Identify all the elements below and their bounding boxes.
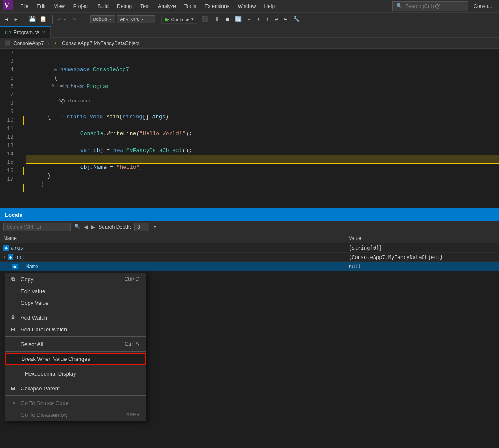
tab-close-button[interactable]: ✕	[42, 30, 45, 35]
menu-bar: V File Edit View Project Build Debug Tes…	[0, 0, 499, 13]
file-tab-label: Program.cs	[13, 29, 39, 35]
locals-header: Locals	[0, 209, 499, 221]
forward-btn[interactable]: ▶	[12, 16, 20, 23]
context-menu: ⧉ Copy Ctrl+C Edit Value Copy Value 👁 Ad…	[5, 273, 146, 421]
ctx-add-watch[interactable]: 👁 Add Watch	[5, 312, 146, 323]
ctx-goto-disassembly-label: Go To Disassembly	[21, 412, 68, 418]
ctx-edit-value[interactable]: Edit Value	[5, 285, 146, 297]
ctx-collapse-parent[interactable]: ⊟ Collapse Parent	[5, 382, 146, 394]
file-icon: C#	[5, 30, 11, 35]
ref-label-6: 0 references	[26, 98, 499, 104]
ctx-select-all[interactable]: Select All Ctrl+A	[5, 338, 146, 350]
cpu-dropdown[interactable]: Any CPU ▾	[117, 15, 155, 23]
locals-row-args[interactable]: ● args {string[0]}	[0, 243, 499, 253]
locals-row-name[interactable]: ● Name null	[0, 262, 499, 271]
ctx-select-all-shortcut: Ctrl+A	[125, 341, 139, 347]
var-icon-obj: ●	[8, 254, 13, 260]
var-value-name: null	[345, 264, 499, 269]
locals-search-input[interactable]	[3, 223, 71, 231]
code-line-11: var obj = new MyFancyDataObject();	[26, 138, 499, 147]
menu-view[interactable]: View	[51, 2, 68, 11]
search-placeholder: Search (Ctrl+Q)	[405, 3, 440, 9]
breadcrumb-sep: ⟩	[47, 40, 49, 46]
menu-analyze[interactable]: Analyze	[155, 2, 179, 11]
search-magnifier-icon: 🔍	[74, 224, 80, 230]
toolbar-icons: 💾 📋	[26, 15, 49, 24]
ctx-sep-5	[5, 381, 146, 381]
ctx-copy-value[interactable]: Copy Value	[5, 297, 146, 309]
svg-text:V: V	[5, 3, 9, 9]
ctx-sep-3	[5, 351, 146, 352]
ctx-sep-6	[5, 395, 146, 396]
code-line-9: Console.WriteLine("Hello World!");	[26, 121, 499, 130]
var-icon-args: ●	[3, 245, 9, 251]
code-line-13: obj.Name = "hello";	[26, 155, 499, 163]
nav-forward-icon[interactable]: ▶	[91, 223, 96, 231]
menu-help[interactable]: Help	[261, 2, 278, 11]
ctx-parallel-watch-label: Add Parallel Watch	[21, 326, 67, 333]
menu-debug[interactable]: Debug	[114, 2, 135, 11]
breadcrumb-member: ConsoleApp7.MyFancyDataObject	[62, 40, 139, 46]
collapse-icon: ⊟	[10, 385, 16, 392]
menu-test[interactable]: Test	[137, 2, 153, 11]
toolbar: ◀ ▶ 💾 📋 ↩ ▾ ↪ ▾ Debug ▾ Any CPU ▾ ▶ Cont…	[0, 13, 499, 26]
file-tab-program[interactable]: C# Program.cs ✕	[0, 26, 51, 38]
locals-toolbar: 🔍 ◀ ▶ Search Depth: ▾	[0, 221, 499, 233]
parallel-watch-icon: ⊞	[10, 326, 16, 333]
undo-btn[interactable]: ↩ ▾	[56, 16, 69, 23]
nav-back-icon[interactable]: ◀	[84, 223, 88, 231]
back-btn[interactable]: ◀	[3, 16, 11, 23]
ctx-add-parallel-watch[interactable]: ⊞ Add Parallel Watch	[5, 323, 146, 335]
var-name-name: Name	[19, 264, 38, 269]
code-line-15: }	[26, 172, 499, 180]
menu-extensions[interactable]: Extensions	[201, 2, 233, 11]
code-content: ⊟ namespace ConsoleApp7 { ⊟ class Progra…	[26, 49, 499, 208]
ctx-break-label: Break When Value Changes	[21, 356, 90, 362]
line-numbers: 2 3 4 5 6 7 8 9 10 11 12 13 14 15 16 17	[0, 49, 19, 208]
redo-btn[interactable]: ↪ ▾	[71, 16, 84, 23]
depth-input[interactable]	[134, 223, 149, 231]
ctx-copy-shortcut: Ctrl+C	[125, 276, 139, 282]
locals-row-obj[interactable]: ▾ ● obj {ConsoleApp7.MyFancyDataObject}	[0, 253, 499, 262]
watch-icon: 👁	[10, 314, 16, 321]
menu-tools[interactable]: Tools	[181, 2, 200, 11]
var-name-args: args	[11, 245, 23, 251]
expand-icon-obj[interactable]: ▾	[3, 255, 6, 259]
ctx-copy[interactable]: ⧉ Copy Ctrl+C	[5, 273, 146, 285]
code-line-2	[26, 49, 499, 57]
copy-icon: ⧉	[10, 276, 16, 283]
var-value-obj: {ConsoleApp7.MyFancyDataObject}	[345, 254, 499, 260]
search-box[interactable]: 🔍 Search (Ctrl+Q)	[392, 1, 468, 11]
goto-source-icon: ⇥	[10, 400, 16, 406]
editor-gutter	[19, 49, 26, 208]
toolbar-debug-icons: ⬛ ⏸ ■ 🔄 ➡ ⬇ ⬆ ↩ ↪ 🔧	[199, 15, 303, 24]
menu-build[interactable]: Build	[94, 2, 112, 11]
locals-panel: Locals 🔍 ◀ ▶ Search Depth: ▾ Name Value …	[0, 208, 499, 271]
menu-file[interactable]: File	[17, 2, 32, 11]
continue-button[interactable]: ▶ Continue ▾	[161, 15, 197, 24]
breadcrumb-icon: ⬛	[4, 40, 10, 46]
continue-dropdown-icon: ▾	[191, 16, 194, 22]
ctx-sep-4	[5, 366, 146, 366]
ctx-disassembly-shortcut: Alt+G	[126, 412, 139, 418]
search-icon: 🔍	[396, 3, 403, 9]
menu-window[interactable]: Window	[235, 2, 259, 11]
code-editor: 2 3 4 5 6 7 8 9 10 11 12 13 14 15 16 17 …	[0, 49, 499, 208]
ctx-select-all-label: Select All	[21, 341, 43, 347]
menu-project[interactable]: Project	[70, 2, 92, 11]
var-icon-name: ●	[12, 264, 18, 269]
debug-dropdown[interactable]: Debug ▾	[90, 15, 115, 23]
ctx-goto-source[interactable]: ⇥ Go To Source Code	[5, 397, 146, 409]
ctx-break-when-value-changes[interactable]: Break When Value Changes	[5, 353, 146, 365]
depth-dropdown-icon[interactable]: ▾	[153, 223, 157, 231]
var-value-args: {string[0]}	[345, 245, 499, 251]
tab-bar: C# Program.cs ✕	[0, 26, 499, 38]
code-line-5: ⊟ class Program	[26, 74, 499, 83]
code-line-7: ⊟ static void Main(string[] args)	[26, 104, 499, 113]
breadcrumb-icon2: 🔸	[53, 40, 59, 46]
menu-edit[interactable]: Edit	[33, 2, 49, 11]
ctx-goto-disassembly[interactable]: Go To Disassembly Alt+G	[5, 409, 146, 421]
ctx-hex-display[interactable]: Hexadecimal Display	[5, 368, 146, 379]
breadcrumb-project[interactable]: ConsoleApp7	[13, 40, 44, 46]
play-icon: ▶	[165, 16, 169, 22]
